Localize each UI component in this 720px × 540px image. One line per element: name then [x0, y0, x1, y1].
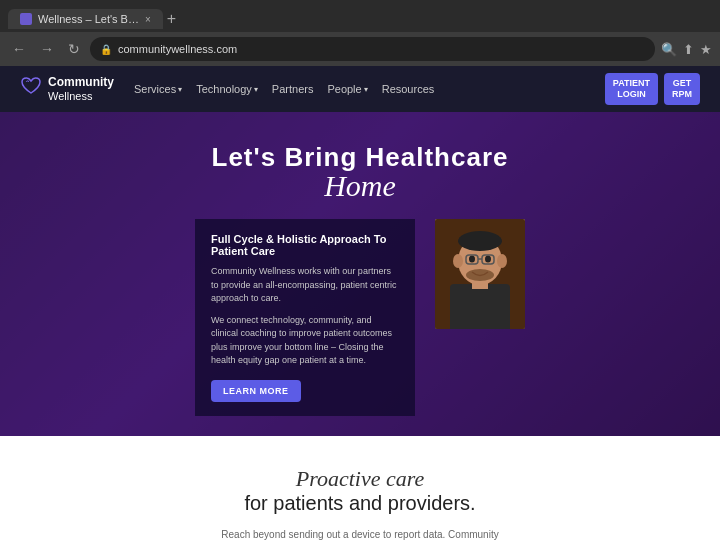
logo-text: Community Wellness: [48, 75, 114, 103]
active-tab[interactable]: Wellness – Let's B… ×: [8, 9, 163, 29]
hero-body: Full Cycle & Holistic Approach To Patien…: [30, 219, 690, 416]
proactive-section: Proactive care for patients and provider…: [0, 436, 720, 541]
logo-icon: [20, 77, 42, 100]
address-text: communitywellness.com: [118, 43, 645, 55]
tab-close-btn[interactable]: ×: [145, 14, 151, 25]
nav-actions: PATIENT LOGIN GET RPM: [605, 73, 700, 105]
proactive-desc: Reach beyond sending out a device to rep…: [210, 527, 510, 541]
svg-point-5: [453, 254, 463, 268]
nav-resources[interactable]: Resources: [382, 83, 435, 95]
hero-section: Let's Bring Healthcare Home Full Cycle &…: [0, 112, 720, 436]
tab-bar: Wellness – Let's B… × +: [0, 0, 720, 32]
browser-chrome: Wellness – Let's B… × + ← → ↻ 🔒 communit…: [0, 0, 720, 66]
svg-point-4: [458, 231, 502, 251]
main-nav: Community Wellness Services ▾ Technology…: [0, 66, 720, 112]
svg-point-12: [466, 269, 494, 281]
svg-point-6: [497, 254, 507, 268]
hero-photo: [435, 219, 525, 329]
share-icon[interactable]: ⬆: [683, 42, 694, 57]
nav-technology[interactable]: Technology ▾: [196, 83, 258, 95]
chevron-down-icon: ▾: [178, 85, 182, 94]
hero-text-box: Full Cycle & Holistic Approach To Patien…: [195, 219, 415, 416]
browser-actions: 🔍 ⬆ ★: [661, 42, 712, 57]
tab-label: Wellness – Let's B…: [38, 13, 139, 25]
logo[interactable]: Community Wellness: [20, 75, 114, 103]
back-button[interactable]: ←: [8, 39, 30, 59]
hero-box-para1: Community Wellness works with our partne…: [211, 265, 399, 306]
proactive-normal: for patients and providers.: [60, 492, 660, 515]
lock-icon: 🔒: [100, 44, 112, 55]
search-icon[interactable]: 🔍: [661, 42, 677, 57]
bookmark-icon[interactable]: ★: [700, 42, 712, 57]
get-rpm-button[interactable]: GET RPM: [664, 73, 700, 105]
nav-people[interactable]: People ▾: [327, 83, 367, 95]
reload-button[interactable]: ↻: [64, 39, 84, 59]
new-tab-button[interactable]: +: [167, 11, 176, 27]
nav-services[interactable]: Services ▾: [134, 83, 182, 95]
learn-more-button[interactable]: LEARN MORE: [211, 380, 301, 402]
svg-rect-1: [450, 284, 510, 329]
browser-toolbar: ← → ↻ 🔒 communitywellness.com 🔍 ⬆ ★: [0, 32, 720, 66]
nav-partners[interactable]: Partners: [272, 83, 314, 95]
address-bar[interactable]: 🔒 communitywellness.com: [90, 37, 655, 61]
proactive-title: Proactive care for patients and provider…: [60, 466, 660, 515]
svg-point-8: [485, 256, 491, 263]
hero-box-heading: Full Cycle & Holistic Approach To Patien…: [211, 233, 399, 257]
forward-button[interactable]: →: [36, 39, 58, 59]
chevron-down-icon: ▾: [254, 85, 258, 94]
hero-box-para2: We connect technology, community, and cl…: [211, 314, 399, 368]
hero-content: Let's Bring Healthcare Home Full Cycle &…: [30, 142, 690, 416]
tab-favicon: [20, 13, 32, 25]
svg-point-7: [469, 256, 475, 263]
website-content: Community Wellness Services ▾ Technology…: [0, 66, 720, 540]
nav-links: Services ▾ Technology ▾ Partners People …: [134, 83, 605, 95]
chevron-down-icon: ▾: [364, 85, 368, 94]
proactive-script: Proactive care: [60, 466, 660, 492]
patient-login-button[interactable]: PATIENT LOGIN: [605, 73, 658, 105]
hero-title-script: Home: [30, 169, 690, 203]
